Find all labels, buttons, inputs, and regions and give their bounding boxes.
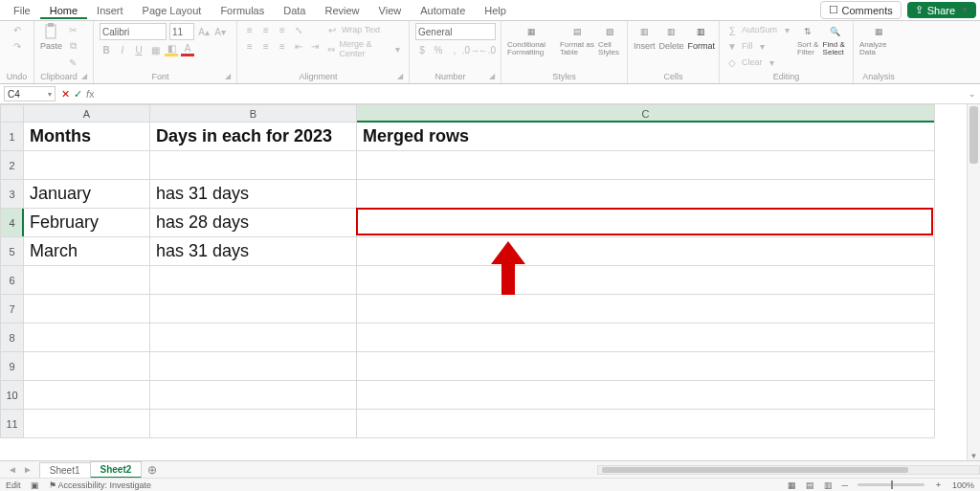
clear-button[interactable]: ◇Clear ▾ bbox=[725, 56, 793, 69]
row-header[interactable]: 6 bbox=[1, 266, 24, 295]
find-select-button[interactable]: 🔍Find & Select bbox=[823, 23, 847, 56]
cell[interactable] bbox=[24, 151, 150, 180]
copy-icon[interactable]: ⧉ bbox=[66, 39, 79, 53]
analyze-data-button[interactable]: ▦Analyze Data bbox=[859, 23, 898, 56]
vertical-scrollbar[interactable]: ▲ ▼ bbox=[967, 104, 980, 460]
cell[interactable] bbox=[357, 266, 935, 295]
increase-decimal-icon[interactable]: .0→ bbox=[464, 43, 478, 56]
delete-cells-button[interactable]: ▥Delete bbox=[659, 23, 684, 51]
font-size-select[interactable] bbox=[169, 23, 194, 40]
fill-button[interactable]: ▼Fill ▾ bbox=[725, 39, 793, 53]
decrease-indent-icon[interactable]: ⇤ bbox=[292, 39, 305, 53]
format-cells-button[interactable]: ▥Format bbox=[688, 23, 716, 51]
increase-font-icon[interactable]: A▴ bbox=[197, 25, 211, 38]
cell[interactable] bbox=[150, 381, 357, 410]
view-page-layout-icon[interactable]: ▤ bbox=[806, 480, 814, 490]
tab-help[interactable]: Help bbox=[475, 2, 516, 19]
bold-icon[interactable]: B bbox=[100, 43, 113, 56]
cell[interactable] bbox=[150, 352, 357, 381]
row-header[interactable]: 11 bbox=[1, 410, 24, 438]
tab-data[interactable]: Data bbox=[274, 2, 315, 19]
autosum-button[interactable]: ∑AutoSum ▾ bbox=[725, 23, 793, 36]
row-header[interactable]: 2 bbox=[1, 151, 24, 180]
scroll-down-icon[interactable]: ▼ bbox=[968, 452, 980, 460]
cell[interactable] bbox=[150, 295, 357, 324]
cell[interactable] bbox=[357, 381, 935, 410]
tab-page-layout[interactable]: Page Layout bbox=[133, 2, 212, 19]
tab-insert[interactable]: Insert bbox=[87, 2, 133, 19]
paste-button[interactable]: Paste bbox=[40, 23, 62, 51]
share-button[interactable]: ⇪ Share▼ bbox=[907, 2, 976, 18]
dialog-launcher-icon[interactable]: ◢ bbox=[225, 72, 231, 80]
zoom-in-icon[interactable]: ＋ bbox=[934, 479, 943, 491]
sort-filter-button[interactable]: ⇅Sort & Filter bbox=[797, 23, 819, 56]
expand-formula-bar-icon[interactable]: ⌄ bbox=[965, 89, 980, 99]
italic-icon[interactable]: I bbox=[116, 43, 129, 56]
cut-icon[interactable]: ✂ bbox=[66, 23, 79, 36]
cell[interactable] bbox=[357, 151, 935, 180]
cell[interactable] bbox=[24, 381, 150, 410]
align-right-icon[interactable]: ≡ bbox=[276, 39, 289, 53]
row-header[interactable]: 7 bbox=[1, 295, 24, 324]
cells-table[interactable]: ABC1MonthsDays in each for 2023Merged ro… bbox=[0, 104, 935, 438]
add-sheet-button[interactable]: ⊕ bbox=[147, 463, 157, 477]
format-painter-icon[interactable]: ✎ bbox=[66, 56, 79, 69]
align-bottom-icon[interactable]: ≡ bbox=[276, 23, 289, 36]
number-format-select[interactable] bbox=[415, 23, 496, 40]
cancel-icon[interactable]: ✕ bbox=[61, 88, 70, 100]
scroll-thumb[interactable] bbox=[602, 467, 908, 473]
wrap-text-button[interactable]: ↩Wrap Text bbox=[325, 23, 403, 36]
view-page-break-icon[interactable]: ▥ bbox=[824, 480, 833, 490]
conditional-formatting-button[interactable]: ▦Conditional Formatting bbox=[507, 23, 556, 56]
font-name-select[interactable] bbox=[100, 23, 167, 40]
cell[interactable]: January bbox=[24, 180, 150, 209]
tab-file[interactable]: File bbox=[4, 2, 40, 19]
cell[interactable]: March bbox=[24, 237, 150, 266]
align-center-icon[interactable]: ≡ bbox=[259, 39, 273, 53]
column-header[interactable]: C bbox=[357, 105, 935, 123]
cell[interactable] bbox=[150, 266, 357, 295]
cell[interactable]: Merged rows bbox=[357, 123, 935, 151]
comma-icon[interactable]: , bbox=[448, 43, 461, 56]
cell[interactable] bbox=[357, 410, 935, 438]
scroll-thumb[interactable] bbox=[969, 106, 978, 164]
cell[interactable] bbox=[24, 324, 150, 352]
tab-formulas[interactable]: Formulas bbox=[211, 2, 274, 19]
row-header[interactable]: 4 bbox=[1, 209, 24, 237]
cell[interactable] bbox=[357, 237, 935, 266]
insert-cells-button[interactable]: ▥Insert bbox=[634, 23, 656, 51]
cell[interactable] bbox=[24, 352, 150, 381]
tab-view[interactable]: View bbox=[369, 2, 412, 19]
cell[interactable] bbox=[357, 352, 935, 381]
column-header[interactable]: B bbox=[150, 105, 357, 123]
cell[interactable] bbox=[150, 324, 357, 352]
column-header[interactable]: A bbox=[24, 105, 150, 123]
undo-icon[interactable]: ↶ bbox=[11, 23, 24, 36]
cell[interactable]: February bbox=[24, 209, 150, 237]
row-header[interactable]: 8 bbox=[1, 324, 24, 352]
horizontal-scrollbar[interactable] bbox=[597, 465, 980, 475]
tab-nav-prev-icon[interactable]: ◄ bbox=[8, 464, 17, 475]
redo-icon[interactable]: ↷ bbox=[11, 39, 24, 53]
zoom-slider[interactable] bbox=[858, 483, 924, 486]
align-middle-icon[interactable]: ≡ bbox=[259, 23, 273, 36]
cell[interactable] bbox=[357, 209, 935, 237]
cell[interactable]: has 31 days bbox=[150, 237, 357, 266]
align-top-icon[interactable]: ≡ bbox=[243, 23, 256, 36]
row-header[interactable]: 9 bbox=[1, 352, 24, 381]
zoom-out-icon[interactable]: ─ bbox=[842, 480, 848, 490]
macro-record-icon[interactable]: ▣ bbox=[31, 480, 39, 490]
increase-indent-icon[interactable]: ⇥ bbox=[308, 39, 322, 53]
tab-home[interactable]: Home bbox=[40, 2, 87, 19]
fx-icon[interactable]: fx bbox=[86, 88, 95, 100]
zoom-level[interactable]: 100% bbox=[952, 480, 974, 490]
dialog-launcher-icon[interactable]: ◢ bbox=[489, 72, 495, 80]
comments-button[interactable]: ☐ Comments bbox=[820, 1, 902, 19]
cell[interactable] bbox=[357, 295, 935, 324]
view-normal-icon[interactable]: ▦ bbox=[788, 480, 796, 490]
enter-icon[interactable]: ✓ bbox=[74, 88, 82, 100]
cell[interactable] bbox=[357, 324, 935, 352]
tab-nav-next-icon[interactable]: ► bbox=[23, 464, 33, 475]
accounting-icon[interactable]: $ bbox=[415, 43, 429, 56]
cell[interactable] bbox=[24, 410, 150, 438]
